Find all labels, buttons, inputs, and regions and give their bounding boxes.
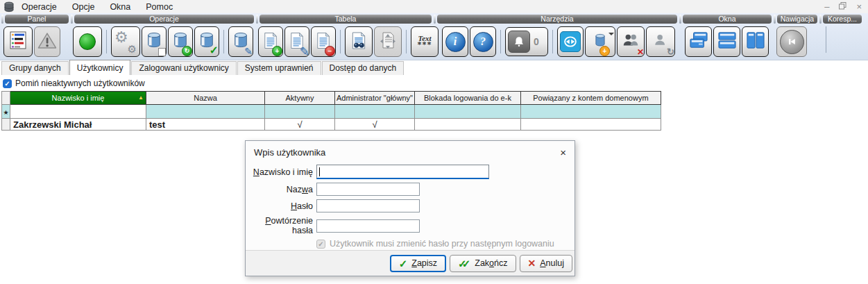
panel-alert-button[interactable] bbox=[34, 26, 60, 57]
close-button[interactable]: × bbox=[856, 2, 862, 11]
dialog-titlebar: Wpis użytkownika × bbox=[246, 141, 575, 161]
group-label-operacje: Operacje bbox=[74, 15, 254, 24]
tab-zalogowani-uzytkownicy[interactable]: Zalogowani użytkownicy bbox=[131, 61, 236, 75]
panel-list-button[interactable] bbox=[3, 26, 33, 57]
tab-system-uprawnien[interactable]: System uprawnień bbox=[237, 61, 321, 75]
start-button[interactable] bbox=[73, 26, 102, 57]
menu-operacje[interactable]: Operacje bbox=[22, 2, 57, 12]
tile-vertical-icon bbox=[746, 31, 765, 52]
menu-pomoc[interactable]: Pomoc bbox=[146, 2, 173, 12]
row-edit-button[interactable]: ✎ bbox=[284, 26, 309, 57]
user-switch-button[interactable]: ↻ bbox=[646, 26, 675, 57]
find-button[interactable] bbox=[345, 26, 373, 57]
info-icon: i bbox=[445, 32, 466, 52]
tab-grupy-danych[interactable]: Grupy danych bbox=[1, 61, 69, 75]
powtorzenie-hasla-input[interactable] bbox=[316, 219, 420, 233]
teamviewer-icon bbox=[560, 31, 581, 52]
label-powtorzenie-hasla: Powtórzenie hasła bbox=[246, 216, 313, 235]
cell-domena[interactable] bbox=[520, 119, 661, 131]
column-header-domena[interactable]: Powiązany z kontem domenowym bbox=[520, 92, 661, 105]
cell-aktywny-check[interactable]: √ bbox=[265, 119, 335, 131]
cell-admin-check[interactable]: √ bbox=[335, 119, 415, 131]
db-check-button[interactable]: ✓ bbox=[194, 26, 219, 57]
column-header-nazwisko[interactable]: Nazwisko i imię ▲ bbox=[10, 92, 146, 105]
cell-nazwa[interactable]: test bbox=[146, 119, 265, 131]
plus-badge-icon: + bbox=[272, 46, 282, 56]
users-table: Nazwisko i imię ▲ Nazwa Aktywny Administ… bbox=[1, 91, 661, 131]
settings-button[interactable]: ⚙⚙ bbox=[111, 26, 140, 57]
db-schedule-button[interactable]: + bbox=[585, 26, 615, 57]
autosize-button[interactable] bbox=[374, 26, 402, 57]
colored-list-icon bbox=[10, 31, 26, 52]
group-handle bbox=[774, 15, 776, 24]
remote-support-button[interactable] bbox=[557, 26, 584, 57]
skip-inactive-checkbox[interactable]: ✓ bbox=[3, 79, 12, 88]
ribbon-group-okna: Okna bbox=[679, 15, 772, 60]
cell-domena[interactable] bbox=[520, 105, 661, 119]
cell-aktywny[interactable] bbox=[265, 105, 335, 119]
menubar: Operacje Opcje Okna Pomoc – × bbox=[0, 0, 868, 13]
cell-name[interactable] bbox=[10, 105, 146, 119]
menu-okna[interactable]: Okna bbox=[110, 2, 130, 12]
window-controls: – × bbox=[824, 2, 862, 11]
zakoncz-button[interactable]: ✓✓ Zakończ bbox=[450, 255, 516, 272]
x-badge-icon: ✕ bbox=[637, 48, 644, 56]
minimize-button[interactable]: – bbox=[824, 2, 829, 11]
column-header-administrator[interactable]: Administrator "główny" bbox=[335, 92, 415, 105]
anuluj-button[interactable]: ✕ Anuluj bbox=[520, 255, 573, 272]
db-refresh-button[interactable]: ↻ bbox=[168, 26, 193, 57]
group-handle bbox=[256, 15, 258, 24]
column-header-nazwa[interactable]: Nazwa bbox=[146, 92, 265, 105]
ribbon-group-panel: Panel bbox=[1, 15, 69, 60]
column-header-blokada[interactable]: Blokada logowania do e-k bbox=[414, 92, 520, 105]
row-add-button[interactable]: + bbox=[258, 26, 283, 57]
zapisz-button[interactable]: ✓ Zapisz bbox=[390, 255, 446, 272]
bell-icon bbox=[508, 31, 530, 53]
cell-blokada[interactable] bbox=[414, 105, 520, 119]
group-label-nawigacja: Nawigacja bbox=[777, 15, 817, 24]
text-mask-button[interactable]: Text *** bbox=[411, 26, 439, 57]
dialog-title: Wpis użytkownika bbox=[254, 147, 325, 158]
table-new-row[interactable]: ★ bbox=[2, 105, 661, 119]
group-handle bbox=[1, 15, 3, 24]
minus-badge-icon: − bbox=[325, 46, 335, 56]
haslo-input[interactable] bbox=[316, 199, 420, 212]
help-button[interactable]: ? bbox=[470, 26, 496, 57]
column-header-aktywny[interactable]: Aktywny bbox=[265, 92, 335, 105]
users-remove-button[interactable]: ✕ bbox=[617, 26, 645, 57]
nazwisko-i-imie-input[interactable] bbox=[316, 165, 489, 179]
restore-button[interactable] bbox=[839, 2, 846, 11]
tab-dostep-do-danych[interactable]: Dostęp do danych bbox=[322, 61, 405, 75]
dialog-close-icon[interactable]: × bbox=[560, 148, 566, 158]
info-button[interactable]: i bbox=[442, 26, 468, 57]
table-header-row: Nazwisko i imię ▲ Nazwa Aktywny Administ… bbox=[2, 92, 661, 105]
group-handle bbox=[679, 15, 681, 24]
row-delete-button[interactable]: − bbox=[311, 26, 336, 57]
cell-name[interactable]: Zakrzewski Michał bbox=[10, 119, 146, 131]
cell-nazwa[interactable] bbox=[146, 105, 265, 119]
redo-badge-icon: ↻ bbox=[667, 47, 674, 56]
filter-row: ✓ Pomiń nieaktywnych użytkowników bbox=[0, 75, 868, 90]
tile-vertical-button[interactable] bbox=[742, 26, 769, 57]
ribbon-group-operacje: Operacje ⚙⚙ bbox=[71, 15, 254, 60]
nazwa-input[interactable] bbox=[316, 183, 420, 196]
must-change-password-checkbox[interactable]: ✓ bbox=[316, 240, 325, 249]
plus-clock-badge-icon: + bbox=[599, 46, 610, 56]
cell-blokada[interactable] bbox=[414, 119, 520, 131]
notifications-button[interactable]: 0 bbox=[505, 27, 548, 56]
tile-horizontal-button[interactable] bbox=[713, 26, 740, 57]
menu-opcje[interactable]: Opcje bbox=[72, 2, 95, 12]
table-row[interactable]: Zakrzewski Michał test √ √ bbox=[2, 119, 661, 131]
notification-count: 0 bbox=[534, 36, 539, 47]
app-icon bbox=[3, 1, 15, 12]
green-circle-icon bbox=[79, 33, 96, 50]
ribbon-group-nawigacja: Nawigacja bbox=[774, 15, 817, 60]
db-edit-button[interactable]: ✎ bbox=[228, 26, 253, 57]
db-save-button[interactable] bbox=[142, 26, 167, 57]
user-entry-dialog: Wpis użytkownika × Nazwisko i imię Nazwa… bbox=[245, 140, 575, 276]
tab-uzytkownicy[interactable]: Użytkownicy bbox=[69, 60, 131, 75]
nav-first-button[interactable] bbox=[776, 26, 807, 57]
cascade-windows-button[interactable] bbox=[685, 26, 712, 57]
row-selector[interactable] bbox=[2, 119, 10, 131]
cell-admin[interactable] bbox=[335, 105, 415, 119]
